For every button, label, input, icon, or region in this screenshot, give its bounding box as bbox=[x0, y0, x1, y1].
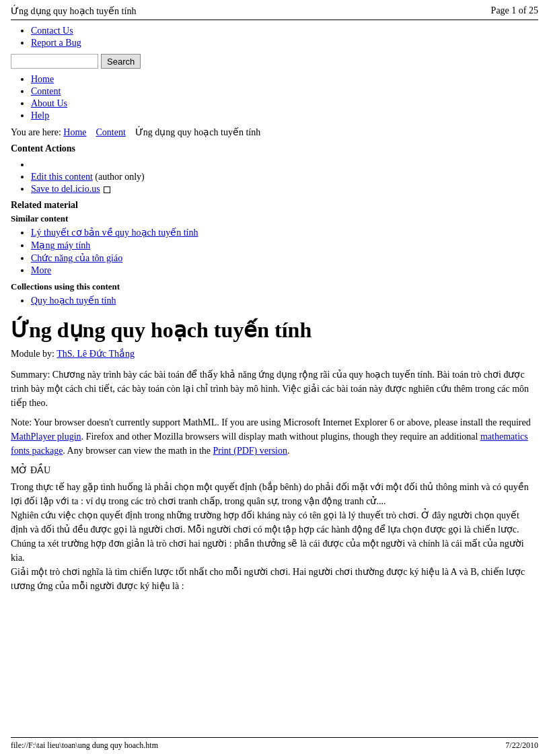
footer-date: 7/22/2010 bbox=[505, 741, 538, 751]
similar-content: Similar content Lý thuyết cơ bản về quy … bbox=[11, 213, 538, 276]
search-bar: Search bbox=[11, 54, 538, 69]
print-pdf-link[interactable]: Print (PDF) version bbox=[213, 446, 287, 456]
list-item: Content bbox=[31, 86, 538, 97]
main-title: Ứng dụng quy hoạch tuyến tính bbox=[11, 317, 538, 343]
nav-home-link[interactable]: Home bbox=[31, 74, 54, 84]
list-item: More bbox=[31, 265, 538, 276]
edit-content-link[interactable]: Edit this content bbox=[31, 172, 93, 182]
breadcrumb-home[interactable]: Home bbox=[63, 127, 86, 137]
list-item: Report a Bug bbox=[31, 38, 538, 48]
mo-dau-title: MỞ ĐẦU bbox=[11, 463, 538, 477]
module-by-name[interactable]: ThS. Lê Đức Thắng bbox=[57, 349, 135, 359]
footer-filepath: file://F:\tai lieu\toan\ung dung quy hoa… bbox=[11, 741, 158, 751]
list-item: Contact Us bbox=[31, 26, 538, 36]
related-material-title: Related material bbox=[11, 200, 538, 211]
breadcrumb-current: Ứng dụng quy hoạch tuyến tính bbox=[135, 127, 260, 137]
similar-item-2[interactable]: Mạng máy tính bbox=[31, 240, 90, 250]
list-item: Quy hoạch tuyến tính bbox=[31, 295, 538, 306]
body-text: Trong thực tế hay gặp tình huống là phải… bbox=[11, 480, 538, 593]
similar-item-3[interactable]: Chức năng của tôn giáo bbox=[31, 253, 122, 263]
collections: Collections using this content Quy hoạch… bbox=[11, 281, 538, 306]
list-item: Help bbox=[31, 110, 538, 121]
save-delicious-link[interactable]: Save to del.icio.us bbox=[31, 184, 100, 194]
delicious-box-icon bbox=[104, 186, 110, 193]
page-number: Page 1 of 25 bbox=[491, 5, 538, 16]
note: Note: Your browser doesn't currently sup… bbox=[11, 415, 538, 458]
search-input[interactable] bbox=[11, 54, 98, 69]
module-by-prefix: Module by: bbox=[11, 349, 54, 359]
collections-title: Collections using this content bbox=[11, 281, 538, 292]
content-actions-title: Content Actions bbox=[11, 143, 538, 154]
mathplayer-link[interactable]: MathPlayer plugin bbox=[11, 432, 81, 442]
search-button[interactable]: Search bbox=[101, 54, 141, 69]
report-bug-link[interactable]: Report a Bug bbox=[31, 38, 81, 48]
summary: Summary: Chương này trình bày các bài to… bbox=[11, 368, 538, 410]
module-by: Module by: ThS. Lê Đức Thắng bbox=[11, 348, 538, 359]
nav-links: Home Content About Us Help bbox=[11, 74, 538, 121]
breadcrumb-prefix: You are here: bbox=[11, 127, 61, 137]
collection-item-1[interactable]: Quy hoạch tuyến tính bbox=[31, 296, 116, 306]
related-material: Related material Similar content Lý thuy… bbox=[11, 200, 538, 306]
breadcrumb: You are here: Home Content Ứng dụng quy … bbox=[11, 127, 538, 138]
similar-content-title: Similar content bbox=[11, 213, 538, 224]
list-item bbox=[31, 160, 538, 170]
main-content: MỞ ĐẦU Trong thực tế hay gặp tình huống … bbox=[11, 463, 538, 593]
similar-item-more[interactable]: More bbox=[31, 265, 51, 275]
list-item: Mạng máy tính bbox=[31, 240, 538, 251]
list-item: Chức năng của tôn giáo bbox=[31, 252, 538, 264]
top-links: Contact Us Report a Bug bbox=[11, 26, 538, 48]
list-item: Lý thuyết cơ bản về quy hoạch tuyến tính bbox=[31, 227, 538, 238]
content-actions: Content Actions Edit this content (autho… bbox=[11, 143, 538, 195]
similar-item-1[interactable]: Lý thuyết cơ bản về quy hoạch tuyến tính bbox=[31, 228, 198, 238]
edit-content-suffix: (author only) bbox=[95, 172, 144, 182]
nav-content-link[interactable]: Content bbox=[31, 86, 61, 96]
header-bar: Ứng dụng quy hoạch tuyến tính Page 1 of … bbox=[11, 5, 538, 20]
contact-us-link[interactable]: Contact Us bbox=[31, 26, 73, 36]
nav-help-link[interactable]: Help bbox=[31, 110, 49, 121]
summary-text: Summary: Chương này trình bày các bài to… bbox=[11, 370, 529, 408]
footer: file://F:\tai lieu\toan\ung dung quy hoa… bbox=[11, 737, 538, 751]
list-item: Edit this content (author only) bbox=[31, 172, 538, 182]
nav-aboutus-link[interactable]: About Us bbox=[31, 98, 67, 108]
list-item: About Us bbox=[31, 98, 538, 109]
list-item: Save to del.icio.us bbox=[31, 184, 538, 195]
breadcrumb-content[interactable]: Content bbox=[96, 127, 126, 137]
list-item: Home bbox=[31, 74, 538, 85]
page-title-header: Ứng dụng quy hoạch tuyến tính bbox=[11, 5, 136, 17]
